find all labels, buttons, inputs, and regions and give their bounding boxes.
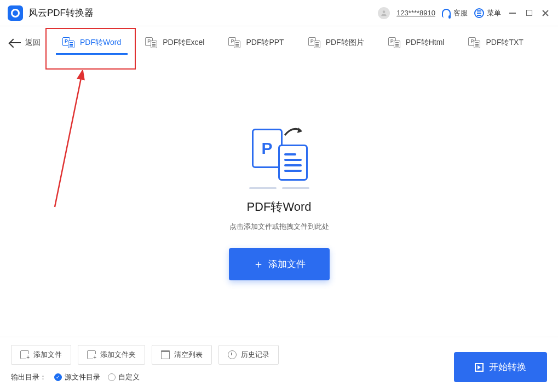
user-account-link[interactable]: 123****8910: [396, 9, 435, 17]
pdf-html-icon: P: [388, 37, 400, 48]
bottom-toolbar: 添加文件 添加文件夹 清空列表 历史记录 输出目录： 源文件目录 自定义 开始转…: [0, 337, 558, 392]
tool-label: 历史记录: [241, 350, 269, 360]
tab-label: PDF转Html: [406, 38, 445, 48]
plus-icon: ＋: [253, 257, 264, 272]
menu-icon: [474, 8, 484, 18]
tab-pdf-to-excel[interactable]: P PDF转Excel: [133, 26, 216, 59]
arrow-left-icon: [10, 42, 21, 43]
support-label: 客服: [453, 8, 468, 18]
radio-unchecked-icon: [108, 373, 116, 381]
minimize-button[interactable]: [508, 8, 517, 18]
headset-icon: [442, 9, 451, 18]
trash-icon: [161, 350, 170, 359]
pdf-word-icon: P: [62, 37, 74, 48]
tab-pdf-to-image[interactable]: P PDF转图片: [296, 26, 376, 59]
tab-label: PDF转TXT: [486, 38, 523, 48]
clock-icon: [228, 350, 237, 359]
start-convert-button[interactable]: 开始转换: [454, 352, 547, 382]
drop-area[interactable]: P PDF转Word 点击添加文件或拖拽文件到此处 ＋ 添加文件: [0, 71, 558, 332]
maximize-button[interactable]: [524, 8, 534, 18]
add-file-label: 添加文件: [268, 258, 306, 270]
tab-pdf-to-ppt[interactable]: P PDF转PPT: [216, 26, 296, 59]
back-button[interactable]: 返回: [10, 38, 41, 48]
pdf-txt-icon: P: [468, 37, 480, 48]
add-file-tool-button[interactable]: 添加文件: [11, 345, 71, 365]
add-folder-tool-button[interactable]: 添加文件夹: [78, 345, 145, 365]
tab-label: PDF转图片: [326, 38, 364, 48]
radio-source-dir[interactable]: 源文件目录: [54, 372, 100, 382]
tab-pdf-to-html[interactable]: P PDF转Html: [376, 26, 457, 59]
file-plus-icon: [20, 350, 29, 359]
back-label: 返回: [25, 38, 41, 48]
radio-checked-icon: [54, 373, 62, 381]
tab-label: PDF转Word: [80, 38, 121, 48]
titlebar: 风云PDF转换器 123****8910 客服 菜单: [0, 0, 558, 26]
app-title: 风云PDF转换器: [28, 7, 94, 19]
svg-point-0: [383, 10, 386, 13]
pdf-image-icon: P: [308, 37, 320, 48]
history-button[interactable]: 历史记录: [218, 345, 279, 365]
pdf-to-word-illustration-icon: P: [246, 123, 312, 183]
clear-list-button[interactable]: 清空列表: [152, 345, 212, 365]
menu-label: 菜单: [487, 8, 501, 18]
user-avatar-icon[interactable]: [378, 7, 390, 19]
pdf-ppt-icon: P: [228, 37, 240, 48]
radio-label: 源文件目录: [65, 372, 100, 382]
menu-button[interactable]: 菜单: [474, 8, 501, 18]
main-hint: 点击添加文件或拖拽文件到此处: [229, 222, 329, 232]
tool-label: 添加文件: [33, 350, 62, 360]
radio-label: 自定义: [118, 372, 140, 382]
tab-label: PDF转Excel: [163, 38, 204, 48]
tool-label: 添加文件夹: [100, 350, 136, 360]
tab-label: PDF转PPT: [246, 38, 284, 48]
radio-custom-dir[interactable]: 自定义: [108, 372, 140, 382]
output-dir-label: 输出目录：: [11, 372, 47, 382]
folder-plus-icon: [87, 350, 96, 359]
add-file-button[interactable]: ＋ 添加文件: [229, 248, 330, 280]
tabbar: 返回 P PDF转Word P PDF转Excel P PDF转PPT P PD…: [0, 26, 558, 59]
play-icon: [475, 363, 484, 372]
tab-pdf-to-txt[interactable]: P PDF转TXT: [456, 26, 535, 59]
app-logo: [8, 5, 23, 21]
support-button[interactable]: 客服: [442, 8, 468, 18]
pdf-excel-icon: P: [145, 37, 157, 48]
start-label: 开始转换: [489, 361, 526, 373]
tab-pdf-to-word[interactable]: P PDF转Word: [50, 26, 133, 59]
tool-label: 清空列表: [174, 350, 203, 360]
main-title: PDF转Word: [246, 199, 311, 215]
close-button[interactable]: [540, 8, 550, 18]
